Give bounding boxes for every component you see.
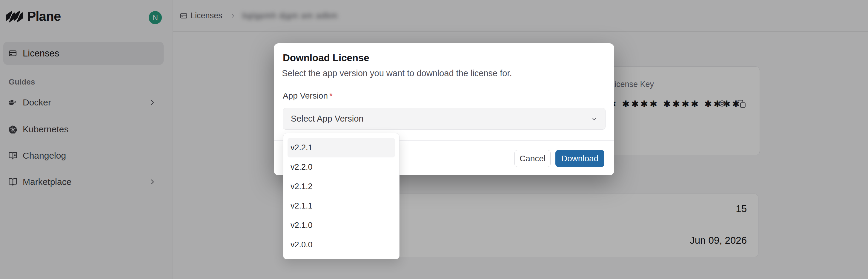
field-label-text: App Version xyxy=(283,91,328,100)
app-version-select[interactable]: Select App Version xyxy=(283,108,606,130)
dropdown-option-v2-1-0[interactable]: v2.1.0 xyxy=(287,216,395,235)
select-placeholder: Select App Version xyxy=(291,114,363,124)
dropdown-option-v2-0-0[interactable]: v2.0.0 xyxy=(287,235,395,254)
cancel-button[interactable]: Cancel xyxy=(515,150,551,167)
dropdown-option-v2-1-1[interactable]: v2.1.1 xyxy=(287,196,395,216)
app-screen: Plane N Licenses Guides xyxy=(0,0,868,279)
required-asterisk: * xyxy=(329,91,333,100)
app-version-dropdown: v2.2.1 v2.2.0 v2.1.2 v2.1.1 v2.1.0 v2.0.… xyxy=(283,133,400,259)
app-version-label: App Version* xyxy=(283,91,333,101)
dropdown-option-v2-1-2[interactable]: v2.1.2 xyxy=(287,177,395,196)
modal-title: Download License xyxy=(283,52,369,64)
chevron-down-icon xyxy=(591,116,597,122)
modal-subtitle: Select the app version you want to downl… xyxy=(282,68,512,78)
dropdown-option-v2-2-0[interactable]: v2.2.0 xyxy=(287,157,395,177)
dropdown-option-v2-2-1[interactable]: v2.2.1 xyxy=(287,138,395,157)
download-button[interactable]: Download xyxy=(555,150,604,167)
